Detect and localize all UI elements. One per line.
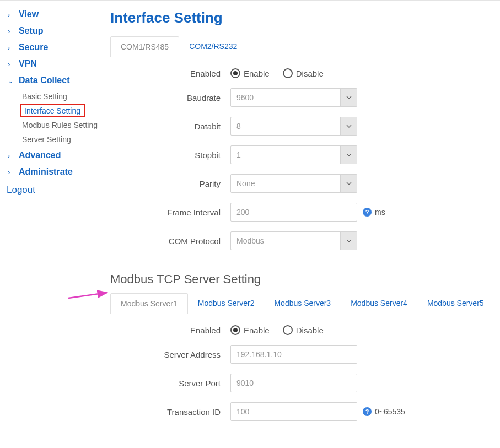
label-frame-interval: Frame Interval bbox=[110, 208, 230, 217]
nav-setup[interactable]: › Setup bbox=[6, 23, 105, 39]
nav-label: Data Collect bbox=[19, 75, 69, 85]
radio-server-disable-label: Disable bbox=[296, 326, 324, 335]
nav-data-collect[interactable]: ⌄ Data Collect bbox=[6, 72, 105, 89]
label-server-port: Server Port bbox=[110, 379, 230, 388]
tab-modbus-server3[interactable]: Modbus Server3 bbox=[264, 293, 341, 314]
label-server-enabled: Enabled bbox=[110, 326, 230, 335]
com-tabs: COM1/RS485 COM2/RS232 bbox=[110, 36, 500, 57]
radio-server-enable[interactable] bbox=[230, 325, 240, 335]
subnav-server-setting[interactable]: Server Setting bbox=[20, 133, 73, 146]
radio-disable-label: Disable bbox=[296, 69, 324, 78]
nav-vpn[interactable]: › VPN bbox=[6, 56, 105, 72]
help-icon[interactable]: ? bbox=[363, 208, 372, 217]
hint-transaction-id: 0~65535 bbox=[375, 407, 405, 416]
nav-administrate[interactable]: › Administrate bbox=[6, 164, 105, 180]
input-frame-interval[interactable] bbox=[230, 203, 357, 222]
nav-label: Advanced bbox=[19, 150, 61, 160]
select-com-protocol[interactable]: Modbus bbox=[230, 231, 357, 250]
label-transaction-id: Transaction ID bbox=[110, 407, 230, 417]
sidebar: › View › Setup › Secure › VPN ⌄ Data Col… bbox=[0, 1, 105, 447]
radio-server-disable[interactable] bbox=[283, 325, 293, 335]
page-title: Interface Setting bbox=[110, 9, 500, 26]
unit-ms: ms bbox=[375, 208, 385, 217]
subnav-modbus-rules-setting[interactable]: Modbus Rules Setting bbox=[20, 118, 100, 132]
nav-label: Secure bbox=[19, 42, 48, 52]
chevron-down-icon bbox=[340, 232, 357, 250]
chevron-right-icon: › bbox=[8, 168, 15, 176]
select-value: 8 bbox=[231, 122, 340, 131]
input-server-address[interactable] bbox=[230, 345, 357, 364]
tab-com2[interactable]: COM2/RS232 bbox=[179, 36, 247, 57]
nav-label: Administrate bbox=[19, 167, 73, 177]
select-value: 1 bbox=[231, 150, 340, 159]
chevron-down-icon: ⌄ bbox=[8, 77, 15, 85]
label-com-protocol: COM Protocol bbox=[110, 236, 230, 246]
nav-label: Setup bbox=[19, 26, 43, 36]
subnav-interface-setting[interactable]: Interface Setting bbox=[20, 104, 85, 117]
select-databit[interactable]: 8 bbox=[230, 117, 357, 136]
radio-server-enable-label: Enable bbox=[244, 326, 270, 335]
subnav-data-collect: Basic Setting Interface Setting Modbus R… bbox=[20, 90, 105, 146]
nav-advanced[interactable]: › Advanced bbox=[6, 147, 105, 164]
help-icon[interactable]: ? bbox=[363, 407, 372, 416]
radio-enable-label: Enable bbox=[244, 69, 270, 78]
main-content: Interface Setting COM1/RS485 COM2/RS232 … bbox=[105, 1, 500, 447]
input-transaction-id[interactable] bbox=[230, 402, 357, 421]
label-enabled: Enabled bbox=[110, 69, 230, 78]
chevron-right-icon: › bbox=[8, 152, 15, 160]
nav-view[interactable]: › View bbox=[6, 6, 105, 23]
select-stopbit[interactable]: 1 bbox=[230, 145, 357, 164]
tab-modbus-server5[interactable]: Modbus Server5 bbox=[417, 293, 494, 314]
label-parity: Parity bbox=[110, 179, 230, 188]
chevron-right-icon: › bbox=[8, 10, 15, 19]
tab-modbus-server4[interactable]: Modbus Server4 bbox=[341, 293, 417, 314]
label-stopbit: Stopbit bbox=[110, 150, 230, 160]
chevron-down-icon bbox=[340, 89, 357, 106]
select-baudrate[interactable]: 9600 bbox=[230, 88, 357, 107]
label-server-address: Server Address bbox=[110, 350, 230, 359]
tab-modbus-server1[interactable]: Modbus Server1 bbox=[110, 293, 188, 314]
chevron-down-icon bbox=[340, 117, 357, 135]
radio-enable[interactable] bbox=[230, 68, 240, 78]
input-server-port[interactable] bbox=[230, 374, 357, 392]
select-value: Modbus bbox=[231, 236, 340, 245]
chevron-down-icon bbox=[340, 175, 357, 192]
select-value: 9600 bbox=[231, 93, 340, 102]
chevron-right-icon: › bbox=[8, 27, 15, 35]
nav-label: VPN bbox=[19, 59, 37, 69]
nav-secure[interactable]: › Secure bbox=[6, 39, 105, 56]
subnav-basic-setting[interactable]: Basic Setting bbox=[20, 90, 69, 103]
chevron-right-icon: › bbox=[8, 60, 15, 68]
select-value: None bbox=[231, 179, 340, 188]
select-parity[interactable]: None bbox=[230, 174, 357, 193]
tab-modbus-server2[interactable]: Modbus Server2 bbox=[188, 293, 265, 314]
section-title-modbus-tcp: Modbus TCP Server Setting bbox=[110, 272, 500, 287]
chevron-right-icon: › bbox=[8, 44, 15, 52]
radio-disable[interactable] bbox=[283, 68, 293, 78]
label-databit: Databit bbox=[110, 122, 230, 131]
label-baudrate: Baudrate bbox=[110, 93, 230, 102]
logout-link[interactable]: Logout bbox=[6, 180, 105, 196]
nav-label: View bbox=[19, 9, 39, 19]
tab-com1[interactable]: COM1/RS485 bbox=[110, 36, 179, 57]
chevron-down-icon bbox=[340, 146, 357, 164]
modbus-server-tabs: Modbus Server1 Modbus Server2 Modbus Ser… bbox=[110, 293, 500, 314]
